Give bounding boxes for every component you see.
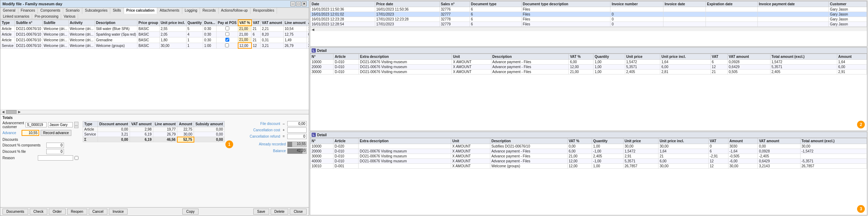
rbot-col-qty: Quantity [592, 138, 624, 144]
discount-pct-file-input[interactable] [46, 149, 64, 154]
rtop-row[interactable]: 16/01/2023 11:50:36 16/01/2023 11:50:36 … [311, 7, 867, 12]
reason-input[interactable] [38, 155, 73, 161]
discounts-label: Discounts [2, 138, 78, 142]
tab-responsibles[interactable]: Responsibles [250, 8, 277, 14]
tab-scenario[interactable]: Scenario [63, 8, 82, 14]
table-row[interactable]: Article DO21-00676/10 Welcome (dri... We… [1, 26, 309, 31]
file-discount-value[interactable] [287, 121, 307, 126]
badge-3[interactable]: 3 [857, 205, 865, 213]
cell-pay[interactable] [217, 43, 238, 48]
rtop-col-salesno: Sales n° [439, 1, 470, 7]
save-button[interactable]: Save [253, 209, 269, 215]
rbot-row[interactable]: 30000 D-010 DO21-00676 Visiting museum X… [311, 154, 867, 159]
rbot-row[interactable]: 10000 D-020 X AMOUNT Subfiles DO21-00676… [311, 144, 867, 149]
rtop-col-invpaydate: Invoice payment date [757, 1, 828, 7]
rtop-scrollbar[interactable]: ◄ [310, 27, 867, 31]
tab-price-calculation[interactable]: Price calculation [124, 8, 157, 14]
rbot-row[interactable]: 10010 D-001 X AMOUNT Welcome (groups) 12… [311, 164, 867, 169]
rbot-col-article: Article [333, 138, 359, 144]
advancement-row: Advancement customer ... [2, 121, 78, 129]
tab-various[interactable]: Various [61, 14, 78, 19]
delete-button[interactable]: Delete [271, 209, 289, 215]
summary-section: File discount – Cancellation cost + Canc… [229, 121, 307, 154]
tab-actions[interactable]: Actions/follow-up [219, 8, 251, 14]
rmid-row[interactable]: 30000 D-010 DO21-00676 Visiting museum X… [311, 70, 867, 74]
tab-skills[interactable]: Skills [110, 8, 124, 14]
tab-subcategories[interactable]: Subcategories [82, 8, 110, 14]
horizontal-scrollbar[interactable]: ◄ ► [0, 110, 309, 114]
record-advance-button[interactable]: Record advance [41, 130, 71, 136]
documents-button[interactable]: Documents [2, 209, 28, 215]
maximize-button[interactable]: □ [296, 1, 301, 6]
cell-vat-amt: 0,31 [261, 37, 283, 43]
rtop-row[interactable]: 16/01/2023 12:28:54 17/01/2023 32779 6 F… [311, 22, 867, 27]
advance-label: Advance [2, 131, 20, 135]
reopen-button[interactable]: Reopen [67, 209, 87, 215]
col-activity: Activity [69, 20, 95, 26]
cell-pay[interactable] [217, 26, 238, 31]
advancement-ellipsis-button[interactable]: ... [74, 122, 78, 128]
rmid-col-desc: Description [491, 54, 569, 60]
reason-checkbox[interactable] [75, 156, 78, 160]
table-row[interactable]: Service DO21-00676/10 Welcome (dri... We… [1, 43, 309, 48]
rtop-col-invoiceno: Invoice number [610, 1, 663, 7]
tab-general[interactable]: General [0, 8, 18, 14]
rbot-col-vat-amt: VAT amount [758, 138, 800, 144]
rbot-row[interactable]: 40000 D-010 DO21-00676 Visiting museum X… [311, 159, 867, 164]
rtop-row[interactable]: 16/01/2023 12:23:28 17/01/2023 12:23:28 … [311, 17, 867, 22]
rtop-row[interactable]: 16/01/2023 12:01:02 17/01/2023 32777 6 F… [311, 12, 867, 17]
cell-vat: 21 [252, 37, 261, 43]
disc-file-label: Discount % file [2, 150, 45, 154]
table-row[interactable]: Article DO21-00676/10 Welcome (dri... We… [1, 31, 309, 37]
tab-records[interactable]: Records [200, 8, 218, 14]
discount-pct-components-input[interactable] [46, 143, 64, 148]
check-button[interactable]: Check [30, 209, 47, 215]
close-button-main[interactable]: Close [290, 209, 307, 215]
cancellation-refund-row: Cancellation refund = [229, 134, 307, 139]
cancellation-refund-value[interactable] [287, 134, 307, 139]
cancellation-cost-value[interactable] [287, 127, 307, 133]
advance-value-input[interactable] [22, 130, 39, 136]
cell-vat-pct: 12,00 [238, 43, 252, 48]
copy-button[interactable]: Copy [182, 209, 198, 215]
rbot-header-label: Detail [317, 133, 327, 137]
tab-logging[interactable]: Logging [182, 8, 200, 14]
cancel-button[interactable]: Cancel [89, 209, 107, 215]
col-subfile: Subfile [42, 20, 69, 26]
scroll-thumb[interactable] [6, 110, 17, 114]
totals-content: Advancement customer ... Advance Record … [2, 121, 307, 161]
badge-1[interactable]: 1 [225, 140, 233, 148]
cell-pay[interactable] [217, 31, 238, 37]
cell-qty: 1 [186, 37, 203, 43]
totals-row-article[interactable]: Article 0,00 2,98 19,77 22,75 0,00 [83, 127, 224, 132]
rmid-row[interactable]: 20000 D-010 DO21-00676 Visiting museum X… [311, 65, 867, 70]
totals-sum-row: Σ 0,00 6,19 46,56 52,75 0,00 [83, 137, 224, 142]
tab-components[interactable]: Components [38, 8, 63, 14]
rmid-col-vat-pct: VAT % [569, 54, 594, 60]
cell-pg: BASIC [137, 37, 160, 43]
advancement-name-input[interactable] [48, 122, 73, 127]
close-button[interactable]: ✕ [302, 1, 307, 6]
rbot-row[interactable]: 20000 D-010 DO21-00676 Visiting museum X… [311, 149, 867, 154]
totals-row-service[interactable]: Service 3,21 6,19 26,79 30,00 0,00 [83, 132, 224, 137]
cell-line-amt: 1,49 [283, 37, 307, 43]
rmid-row[interactable]: 10000 D-010 DO21-00676 Visiting museum X… [311, 60, 867, 65]
reason-row: Reason [2, 155, 78, 161]
rmid-col-vat-amt: VAT amount [727, 54, 770, 60]
cell-pay[interactable] [217, 37, 238, 43]
invoice-button[interactable]: Invoice [109, 209, 128, 215]
already-recorded-row: Already recorded 10,55 1 [229, 142, 307, 147]
col-vat: VAT [252, 20, 261, 26]
tab-linked-scenarios[interactable]: Linked scenarios [0, 14, 32, 19]
rtop-scroll-left[interactable]: ◄ [310, 27, 316, 31]
tab-preprocessing[interactable]: Pre-processing [32, 14, 61, 19]
badge-2[interactable]: 2 [857, 121, 865, 128]
cell-line-amt: 10,54 [283, 26, 307, 31]
order-button[interactable]: Order [49, 209, 66, 215]
advancement-id-input[interactable] [25, 122, 47, 127]
tab-attachments[interactable]: Attachments [157, 8, 182, 14]
cell-line-amt: 12,75 [283, 31, 307, 37]
tab-finances[interactable]: Finances [18, 8, 38, 14]
minimize-button[interactable]: ─ [290, 1, 295, 6]
table-row[interactable]: Article DO21-00676/10 Welcome (dri... We… [1, 37, 309, 43]
